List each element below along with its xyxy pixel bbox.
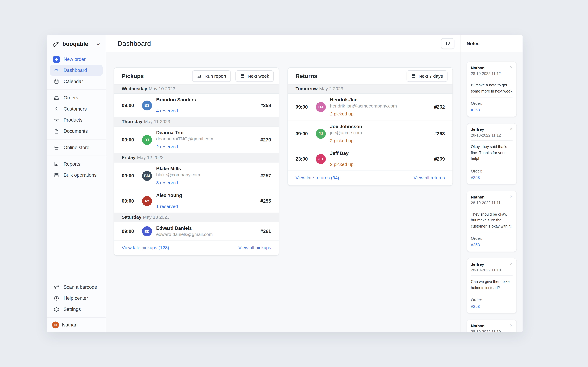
sidebar-item-label: Online store <box>64 145 89 150</box>
return-row[interactable]: 09:00 HJ Hendrik-Jan hendrik-jan@acmecom… <box>288 94 452 120</box>
customer-block: Jeff Day 2 picked up <box>330 150 354 167</box>
close-icon[interactable]: × <box>510 323 513 327</box>
sidebar-item-label: Reports <box>64 161 80 167</box>
order-number: #261 <box>257 229 271 234</box>
sidebar-divider <box>47 156 106 156</box>
view-all-pickups-link[interactable]: View all pickups <box>238 245 271 250</box>
box-icon <box>52 117 60 123</box>
collapse-sidebar-button[interactable]: « <box>96 40 101 48</box>
notes-panel-title: Notes <box>461 35 523 52</box>
chart-icon <box>197 73 202 78</box>
close-icon[interactable]: × <box>510 194 513 198</box>
reserved-link[interactable]: 4 reserved <box>156 108 196 114</box>
pickups-footer: View late pickups (128) View all pickups <box>114 241 279 255</box>
avatar: AY <box>142 196 152 206</box>
sidebar-item-dashboard[interactable]: Dashboard <box>50 65 103 76</box>
pickup-row[interactable]: 09:00 BS Brandon Sanders 4 reserved #258 <box>114 94 279 117</box>
sidebar-item-orders[interactable]: Orders <box>50 92 103 103</box>
pickup-time: 09:00 <box>122 137 136 142</box>
sidebar-item-settings[interactable]: Settings <box>50 304 103 315</box>
sidebar-user[interactable]: N Nathan <box>47 317 106 332</box>
customer-email: joe@acme.com <box>330 130 362 136</box>
notes-toggle-button[interactable] <box>441 38 454 49</box>
sidebar-item-online-store[interactable]: Online store <box>50 142 103 153</box>
note-order-link[interactable]: #253 <box>471 108 480 113</box>
sidebar-item-products[interactable]: Products <box>50 115 103 125</box>
close-icon[interactable]: × <box>510 127 513 131</box>
date-group-header: Wednesday May 10 2023 <box>114 84 279 94</box>
customer-name: Joe Johnsson <box>330 124 362 130</box>
note-order-link[interactable]: #253 <box>471 242 480 247</box>
sidebar-item-calendar[interactable]: Calendar <box>50 76 103 87</box>
reserved-link[interactable]: 2 reserved <box>156 144 213 150</box>
pickups-card-header: Pickups Run report Next week <box>114 68 279 84</box>
returns-title: Returns <box>295 73 317 79</box>
order-number: #257 <box>257 173 271 178</box>
close-icon[interactable]: × <box>510 66 513 69</box>
notes-panel: Nathan × 28-10-2022 11:12 I'll make a no… <box>461 52 523 332</box>
view-all-returns-link[interactable]: View all returns <box>414 175 445 180</box>
date-group-header: Friday May 12 2023 <box>114 153 279 163</box>
pickup-row[interactable]: 09:00 DT Deanna Troi deannatroiTNG@gmail… <box>114 127 279 153</box>
sidebar-item-label: Orders <box>64 95 78 101</box>
order-number: #269 <box>430 156 445 161</box>
order-number: #263 <box>430 131 445 136</box>
note-card: Jeffrey × 28-10-2022 11:10 Can we give t… <box>467 258 517 314</box>
date-group-header: Thursday May 11 2023 <box>114 117 279 127</box>
user-name: Nathan <box>62 322 78 328</box>
note-author: Nathan <box>471 66 484 70</box>
picked-up-status: 2 picked up <box>330 111 397 117</box>
customer-block: Deanna Troi deannatroiTNG@gmail.com 2 re… <box>156 130 213 150</box>
next-7-days-button[interactable]: Next 7 days <box>406 70 447 82</box>
brand-name: booqable <box>62 41 88 47</box>
sidebar-bottom-nav: Scan a barcode ? Help center Settings <box>47 280 106 317</box>
run-report-button[interactable]: Run report <box>192 70 231 82</box>
sidebar-item-label: Help center <box>64 296 88 301</box>
pickup-row[interactable]: 09:00 BM Blake Mills blake@company.com 3… <box>114 163 279 189</box>
note-timestamp: 28-10-2022 11:12 <box>471 72 513 76</box>
note-divider <box>471 294 513 294</box>
note-timestamp: 28-10-2022 11:12 <box>471 133 513 137</box>
date-group-header: Saturday May 13 2023 <box>114 213 279 222</box>
view-late-returns-link[interactable]: View late returns (34) <box>295 175 339 180</box>
date-group-header: Tomorrow May 2 2023 <box>288 84 452 94</box>
day-label: Thursday <box>122 119 142 125</box>
customer-name: Deanna Troi <box>156 130 213 136</box>
note-header: Jeffrey × <box>471 127 513 132</box>
note-order-link[interactable]: #253 <box>471 304 480 309</box>
sidebar-item-reports[interactable]: Reports <box>50 159 103 169</box>
return-row[interactable]: 09:00 JJ Joe Johnsson joe@acme.com 2 pic… <box>288 120 452 147</box>
sidebar-item-label: Bulk operations <box>64 173 96 178</box>
pickup-row[interactable]: 09:00 ED Edward Daniels edward.daniels@g… <box>114 222 279 241</box>
return-row[interactable]: 23:00 JD Jeff Day 2 picked up #269 <box>288 147 452 171</box>
sidebar-item-customers[interactable]: Customers <box>50 104 103 114</box>
next-week-button[interactable]: Next week <box>235 70 274 82</box>
avatar: DT <box>142 135 152 145</box>
gear-icon <box>52 307 60 312</box>
close-icon[interactable]: × <box>510 262 513 266</box>
pickups-header-buttons: Run report Next week <box>192 70 274 82</box>
sidebar-item-documents[interactable]: Documents <box>50 126 103 137</box>
returns-footer: View late returns (34) View all returns <box>288 171 452 185</box>
sidebar-spacer <box>47 181 106 280</box>
order-number: #262 <box>430 104 445 109</box>
reserved-link[interactable]: 1 reserved <box>156 204 182 210</box>
avatar: JD <box>316 154 326 164</box>
view-late-pickups-link[interactable]: View late pickups (128) <box>122 245 169 250</box>
note-header: Nathan × <box>471 194 513 200</box>
note-order-link[interactable]: #253 <box>471 175 480 180</box>
note-divider <box>471 79 513 79</box>
person-icon <box>52 106 60 112</box>
note-divider <box>471 165 513 165</box>
sidebar-divider <box>47 90 106 90</box>
sidebar-item-help-center[interactable]: ? Help center <box>50 293 103 304</box>
pickups-title: Pickups <box>122 73 144 79</box>
date-label: May 13 2023 <box>143 215 169 220</box>
pickup-row[interactable]: 09:00 AY Alex Young 1 reserved #255 <box>114 189 279 213</box>
sidebar-item-scan-barcode[interactable]: Scan a barcode <box>50 282 103 292</box>
sidebar-item-bulk-operations[interactable]: Bulk operations <box>50 170 103 180</box>
pickup-time: 09:00 <box>122 173 136 178</box>
reserved-link[interactable]: 3 reserved <box>156 180 200 186</box>
picked-up-status: 2 picked up <box>330 138 362 144</box>
sidebar-item-new-order[interactable]: New order <box>50 54 103 65</box>
